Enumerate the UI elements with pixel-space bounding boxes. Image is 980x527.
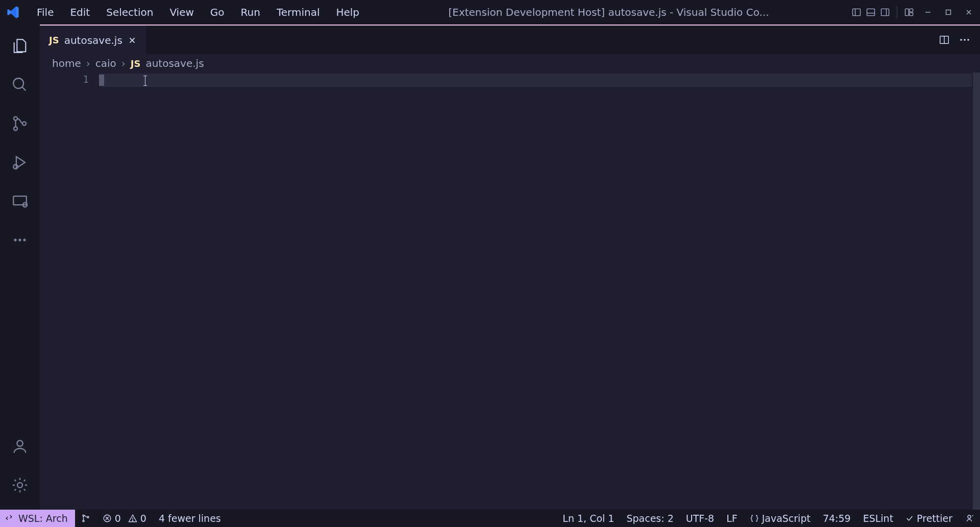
menu-help[interactable]: Help: [329, 3, 366, 21]
js-badge-icon: JS: [131, 58, 141, 69]
svg-point-21: [14, 239, 16, 241]
layout-controls: [851, 5, 976, 19]
svg-point-34: [83, 520, 84, 522]
tab-close-button[interactable]: [128, 36, 137, 45]
svg-point-18: [13, 164, 18, 169]
svg-line-14: [22, 87, 26, 90]
activity-overflow[interactable]: [6, 226, 34, 254]
remote-indicator[interactable]: WSL: Arch: [0, 510, 75, 527]
editor-actions: [929, 26, 980, 54]
js-badge-icon: JS: [49, 35, 59, 45]
toggle-secondary-sidebar-icon[interactable]: [879, 7, 891, 18]
breadcrumb[interactable]: home › caio › JS autosave.js: [40, 54, 980, 73]
error-count: 0: [115, 513, 121, 524]
menu-terminal[interactable]: Terminal: [270, 3, 327, 21]
svg-point-15: [14, 117, 17, 121]
svg-point-32: [967, 39, 969, 41]
svg-point-40: [132, 520, 133, 521]
remote-icon: [5, 514, 14, 523]
svg-point-13: [13, 78, 23, 88]
activity-search[interactable]: [6, 70, 34, 99]
svg-rect-0: [853, 9, 861, 15]
breadcrumb-segment[interactable]: autosave.js: [145, 57, 204, 69]
svg-rect-8: [910, 13, 913, 16]
line-number: 1: [40, 74, 89, 85]
status-encoding[interactable]: UTF-8: [680, 513, 720, 524]
svg-point-41: [968, 515, 971, 518]
menu-selection[interactable]: Selection: [99, 3, 160, 21]
status-git-branch[interactable]: [75, 514, 96, 523]
svg-point-30: [960, 39, 962, 41]
separator: [897, 7, 897, 18]
feedback-icon: [965, 514, 974, 523]
line-number-gutter: 1: [40, 73, 99, 510]
svg-point-22: [19, 239, 21, 241]
menu-file[interactable]: File: [30, 3, 61, 21]
toggle-primary-sidebar-icon[interactable]: [851, 7, 862, 18]
braces-icon: [750, 514, 759, 523]
window-maximize-button[interactable]: [941, 5, 955, 19]
activity-settings[interactable]: [6, 471, 34, 499]
activity-remote-explorer[interactable]: [6, 187, 34, 215]
remote-label: WSL: Arch: [18, 513, 68, 524]
activity-explorer[interactable]: [6, 32, 34, 60]
status-prettier[interactable]: Prettier: [899, 513, 959, 524]
tab-label: autosave.js: [64, 34, 122, 46]
status-indentation[interactable]: Spaces: 2: [620, 513, 679, 524]
status-language-label: JavaScript: [762, 513, 811, 524]
activity-bar: [0, 25, 40, 510]
git-branch-icon: [81, 514, 90, 523]
svg-rect-19: [13, 196, 27, 205]
svg-point-17: [22, 122, 26, 125]
window-title: [Extension Development Host] autosave.js…: [369, 6, 849, 18]
svg-rect-4: [881, 9, 889, 15]
check-icon: [905, 514, 914, 522]
status-feedback[interactable]: [959, 514, 980, 523]
editor-area: JS autosave.js home › caio › JS: [40, 25, 980, 510]
menu-edit[interactable]: Edit: [63, 3, 97, 21]
svg-point-23: [23, 239, 26, 241]
window-close-button[interactable]: [962, 5, 976, 19]
activity-source-control[interactable]: [6, 109, 34, 138]
svg-point-35: [87, 516, 89, 518]
tab-autosave-js[interactable]: JS autosave.js: [40, 26, 146, 54]
error-icon: [103, 514, 112, 523]
menu-run[interactable]: Run: [234, 3, 267, 21]
status-eslint[interactable]: ESLint: [857, 513, 899, 524]
warning-count: 0: [140, 513, 146, 524]
minimap-scrollbar[interactable]: [973, 73, 980, 510]
vscode-logo-icon: [6, 5, 20, 19]
activity-run-debug[interactable]: [6, 148, 34, 177]
editor-body[interactable]: 1: [40, 73, 980, 510]
editor-content[interactable]: [99, 73, 973, 510]
svg-rect-2: [867, 9, 875, 15]
activity-accounts[interactable]: [6, 432, 34, 461]
breadcrumb-segment[interactable]: home: [52, 57, 81, 69]
main-area: JS autosave.js home › caio › JS: [0, 25, 980, 510]
svg-rect-7: [910, 9, 913, 12]
svg-point-25: [17, 483, 22, 488]
status-language[interactable]: JavaScript: [744, 513, 817, 524]
status-diff-summary[interactable]: 4 fewer lines: [153, 513, 227, 524]
status-prettier-label: Prettier: [917, 513, 952, 524]
editor-cursor: [99, 75, 104, 86]
svg-point-31: [964, 39, 966, 41]
text-caret-icon: [145, 76, 145, 86]
status-cursor-position[interactable]: Ln 1, Col 1: [556, 513, 620, 524]
breadcrumb-segment[interactable]: caio: [95, 57, 116, 69]
split-editor-icon[interactable]: [938, 34, 950, 46]
status-port-forward[interactable]: 74:59: [817, 513, 857, 524]
menu-go[interactable]: Go: [203, 3, 232, 21]
status-problems[interactable]: 0 0: [96, 513, 153, 524]
menubar: File Edit Selection View Go Run Terminal…: [0, 0, 980, 25]
svg-rect-10: [946, 10, 951, 15]
svg-point-24: [17, 441, 22, 446]
customize-layout-icon[interactable]: [903, 7, 915, 18]
chevron-right-icon: ›: [121, 57, 126, 69]
status-eol[interactable]: LF: [720, 513, 744, 524]
toggle-panel-icon[interactable]: [865, 7, 876, 18]
window-minimize-button[interactable]: [921, 5, 935, 19]
svg-rect-6: [905, 9, 909, 15]
menu-view[interactable]: View: [162, 3, 201, 21]
more-actions-icon[interactable]: [959, 34, 971, 46]
